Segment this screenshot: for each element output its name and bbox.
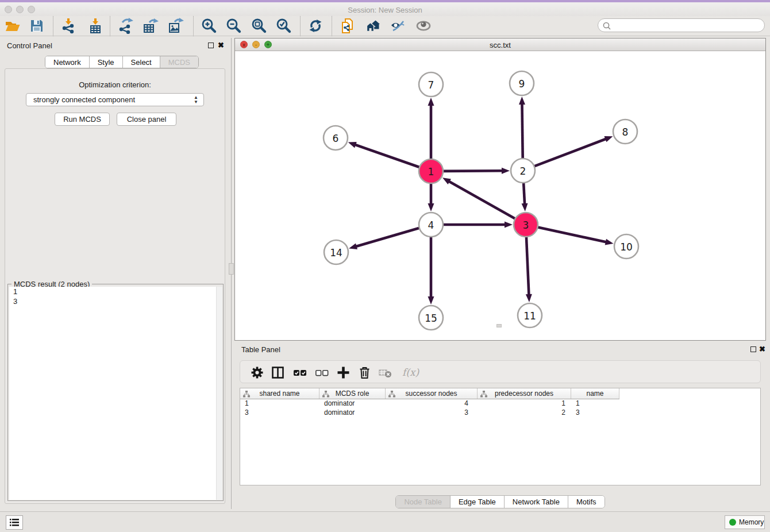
splitter-handle[interactable] xyxy=(229,263,234,275)
function-builder-icon[interactable]: f(x) xyxy=(402,367,419,378)
tab-mcds[interactable]: MCDS xyxy=(160,56,198,68)
mcds-result-textarea[interactable]: 1 3 xyxy=(9,287,222,500)
cell-successor-nodes[interactable]: 3 xyxy=(386,408,478,418)
graph-edge-3-10[interactable] xyxy=(537,227,607,242)
import-table-icon[interactable] xyxy=(87,18,103,34)
toolbar-separator xyxy=(300,16,301,36)
optimization-criterion-label: Optimization criterion: xyxy=(5,80,225,89)
graph-edge-1-2[interactable] xyxy=(442,171,503,171)
control-panel-tabs: Network Style Select MCDS xyxy=(45,56,199,68)
mcds-tab-content: Optimization criterion: strongly connect… xyxy=(5,68,225,504)
tab-select[interactable]: Select xyxy=(123,56,160,68)
cell-predecessor-nodes[interactable]: 1 xyxy=(478,399,571,408)
graph-edge-2-9[interactable] xyxy=(522,103,522,160)
deselect-all-rows-icon[interactable] xyxy=(315,365,329,380)
graph-edge-2-3[interactable] xyxy=(523,182,525,205)
graph-edge-1-6[interactable] xyxy=(355,145,421,168)
cell-name[interactable]: 3 xyxy=(571,408,619,418)
cell-name[interactable]: 1 xyxy=(571,399,619,408)
criterion-dropdown[interactable]: strongly connected component ▲▼ xyxy=(26,93,204,106)
graph-edge-3-1[interactable] xyxy=(448,181,516,219)
float-panel-icon[interactable] xyxy=(208,43,214,48)
table-row[interactable]: 3 dominator 3 2 3 xyxy=(240,408,760,418)
cell-shared-name[interactable]: 3 xyxy=(240,408,319,418)
open-session-icon[interactable] xyxy=(5,18,21,34)
graph-node-label: 2 xyxy=(520,165,526,177)
search-icon xyxy=(602,21,612,31)
tab-style[interactable]: Style xyxy=(90,56,123,68)
cell-mcds-role[interactable]: dominator xyxy=(319,408,386,418)
close-panel-button[interactable]: Close panel xyxy=(117,113,176,126)
tab-network-table[interactable]: Network Table xyxy=(505,496,568,508)
cell-mcds-role[interactable]: dominator xyxy=(319,399,386,408)
control-panel-title: Control Panel xyxy=(7,41,52,50)
column-header-name[interactable]: name xyxy=(571,388,619,399)
cell-predecessor-nodes[interactable]: 2 xyxy=(478,408,571,418)
network-view-window: x - + scc.txt 7968124314101511 xyxy=(234,38,766,341)
search-input[interactable] xyxy=(613,20,760,30)
graph-node-label: 7 xyxy=(428,79,434,91)
hide-graphics-details-icon[interactable] xyxy=(390,18,406,34)
attribute-type-icon xyxy=(243,391,250,398)
home-layout-icon[interactable] xyxy=(365,18,381,34)
tab-node-table[interactable]: Node Table xyxy=(396,496,451,508)
tab-network[interactable]: Network xyxy=(45,56,90,68)
result-scrollbar[interactable] xyxy=(216,287,222,500)
task-history-button[interactable] xyxy=(6,515,23,530)
graph-edge-2-8[interactable] xyxy=(533,138,607,167)
export-image-icon[interactable] xyxy=(168,18,184,34)
delete-table-icon[interactable] xyxy=(378,365,392,380)
clone-network-icon[interactable] xyxy=(340,18,356,34)
column-header-shared-name[interactable]: shared name xyxy=(240,388,319,399)
show-graphics-details-icon[interactable] xyxy=(415,18,432,34)
export-table-icon[interactable] xyxy=(143,18,159,34)
tab-edge-table[interactable]: Edge Table xyxy=(451,496,505,508)
graph-edge-arrowhead xyxy=(428,203,434,211)
zoom-selected-icon[interactable] xyxy=(275,18,291,34)
graph-node-label: 8 xyxy=(622,126,629,138)
zoom-out-icon[interactable] xyxy=(225,18,241,34)
graph-edge-3-11[interactable] xyxy=(526,236,529,295)
graph-edge-4-14[interactable] xyxy=(356,228,421,246)
graph-node-label: 14 xyxy=(330,247,342,259)
column-header-successor-nodes[interactable]: successor nodes xyxy=(386,388,478,399)
network-window-title: scc.txt xyxy=(235,41,765,49)
memory-button[interactable]: Memory xyxy=(725,515,765,529)
zoom-fit-icon[interactable] xyxy=(251,18,267,34)
cell-successor-nodes[interactable]: 4 xyxy=(386,399,478,408)
network-window-titlebar[interactable]: x - + scc.txt xyxy=(235,38,765,51)
graph-edge-arrowhead xyxy=(502,168,510,174)
column-header-mcds-role[interactable]: MCDS role xyxy=(319,388,386,399)
column-header-predecessor-nodes[interactable]: predecessor nodes xyxy=(478,388,571,399)
graph-node-label: 4 xyxy=(428,219,434,231)
save-session-icon[interactable] xyxy=(29,18,45,34)
table-toolbar: f(x) xyxy=(240,360,761,383)
float-panel-icon[interactable] xyxy=(750,346,756,352)
criterion-value: strongly connected component xyxy=(33,95,135,104)
graph-edge-arrowhead xyxy=(604,136,613,142)
zoom-in-icon[interactable] xyxy=(201,18,217,34)
graph-edge-arrowhead xyxy=(605,239,614,245)
show-columns-icon[interactable] xyxy=(271,365,285,380)
canvas-resize-handle[interactable] xyxy=(496,324,502,327)
graph-edge-arrowhead xyxy=(505,222,513,228)
dropdown-stepper-icon: ▲▼ xyxy=(193,95,199,105)
close-panel-icon[interactable]: ✖ xyxy=(218,41,224,49)
tab-motifs[interactable]: Motifs xyxy=(568,496,605,508)
delete-column-trash-icon[interactable] xyxy=(357,365,372,380)
export-network-icon[interactable] xyxy=(118,18,134,34)
attribute-type-icon xyxy=(322,391,329,398)
table-row[interactable]: 1 dominator 4 1 1 xyxy=(240,399,760,408)
search-field[interactable] xyxy=(598,18,765,32)
close-panel-icon[interactable]: ✖ xyxy=(759,345,765,353)
select-all-rows-icon[interactable] xyxy=(293,365,307,380)
refresh-icon[interactable] xyxy=(307,18,324,34)
run-mcds-button[interactable]: Run MCDS xyxy=(55,113,110,126)
mcds-result-line: 1 xyxy=(9,287,222,296)
add-column-icon[interactable] xyxy=(336,365,351,380)
network-canvas-svg[interactable]: 7968124314101511 xyxy=(235,51,765,340)
table-settings-gear-icon[interactable] xyxy=(250,365,264,380)
graph-node-label: 15 xyxy=(425,313,437,324)
cell-shared-name[interactable]: 1 xyxy=(240,399,319,408)
import-network-icon[interactable] xyxy=(60,18,76,34)
